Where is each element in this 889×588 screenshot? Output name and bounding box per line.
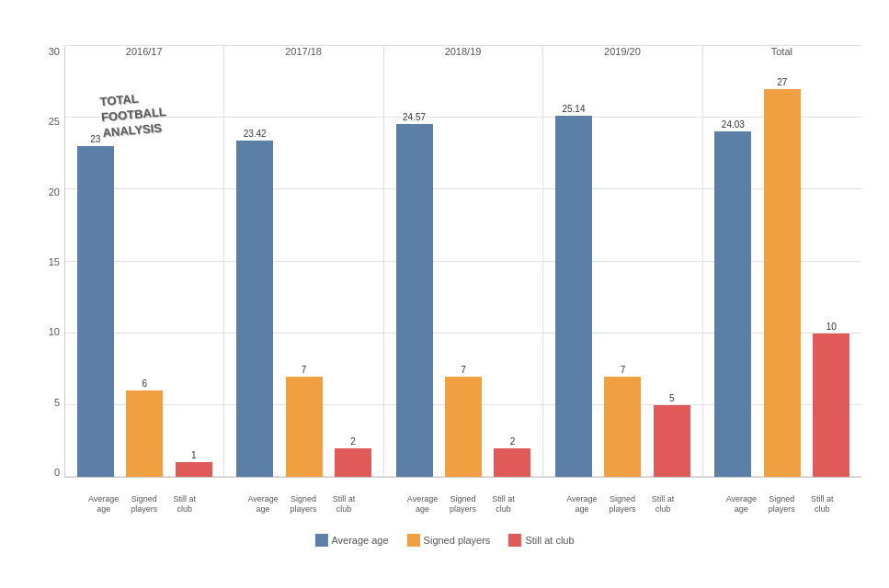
- bar-wrapper-3-0: 25.14: [551, 46, 596, 477]
- bar-wrapper-2-0: 24.57: [392, 46, 437, 477]
- bar-value-2-0: 24.57: [403, 112, 426, 122]
- season-label-4: Total: [702, 46, 861, 57]
- bar-wrapper-4-1: 27: [759, 46, 804, 477]
- x-bar-label-0-1: Signedplayers: [126, 494, 163, 514]
- bar-value-2-2: 2: [510, 436, 516, 447]
- season-label-0: 2016/17: [64, 46, 223, 57]
- bar-0-2: [176, 462, 212, 477]
- plot-area: 236123.427224.577225.147524.032710: [64, 46, 861, 478]
- bar-3-0: [555, 116, 592, 477]
- x-bar-label-2-2: Still atclub: [485, 494, 522, 514]
- x-bar-label-2-0: Averageage: [405, 494, 441, 514]
- bar-value-3-0: 25.14: [562, 104, 585, 114]
- x-labels: AverageageSignedplayersStill atclubAvera…: [64, 494, 861, 514]
- bar-wrapper-4-0: 24.03: [711, 46, 756, 477]
- season-label-3: 2019/20: [542, 46, 701, 57]
- bar-wrapper-1-0: 23.42: [232, 46, 277, 477]
- y-tick: 20: [49, 187, 60, 198]
- bar-value-3-2: 5: [669, 393, 675, 403]
- x-bar-label-3-1: Signedplayers: [604, 494, 641, 514]
- x-group-1: AverageageSignedplayersStill atclub: [223, 494, 382, 514]
- bar-4-0: [714, 131, 751, 477]
- bar-3-1: [604, 377, 641, 477]
- bar-value-4-0: 24.03: [722, 119, 745, 130]
- bar-3-2: [654, 405, 690, 477]
- bar-value-1-0: 23.42: [244, 129, 267, 139]
- bar-group-3: 25.1475: [543, 46, 702, 477]
- x-bar-label-0-2: Still atclub: [166, 494, 203, 514]
- bar-2-0: [396, 124, 433, 477]
- bar-value-0-0: 23: [90, 134, 100, 144]
- bar-wrapper-1-2: 2: [330, 46, 375, 477]
- legend-label-1: Signed players: [424, 535, 491, 546]
- season-labels: 2016/172017/182018/192019/20Total: [64, 46, 861, 57]
- y-tick: 15: [49, 256, 60, 267]
- y-tick: 5: [54, 397, 60, 408]
- bar-value-1-2: 2: [350, 436, 356, 447]
- x-group-2: AverageageSignedplayersStill atclub: [383, 494, 542, 514]
- x-bar-label-2-1: Signedplayers: [445, 494, 482, 514]
- legend-label-2: Still at club: [525, 535, 574, 546]
- x-group-3: AverageageSignedplayersStill atclub: [542, 494, 701, 514]
- bar-1-0: [236, 141, 273, 477]
- legend: Average ageSigned playersStill at club: [314, 534, 574, 547]
- bar-wrapper-2-1: 7: [440, 46, 485, 477]
- groups-container: 236123.427224.577225.147524.032710: [65, 46, 861, 477]
- bar-group-2: 24.5772: [384, 46, 543, 477]
- x-bar-label-4-2: Still atclub: [804, 494, 840, 514]
- bar-value-4-1: 27: [777, 77, 787, 87]
- legend-color-0: [314, 534, 327, 547]
- bar-wrapper-1-1: 7: [281, 46, 326, 477]
- legend-color-2: [508, 534, 521, 547]
- season-label-2: 2018/19: [383, 46, 542, 57]
- x-bar-label-3-2: Still atclub: [644, 494, 681, 514]
- y-tick: 25: [49, 116, 60, 127]
- bar-value-2-1: 7: [461, 365, 466, 375]
- y-tick: 0: [54, 467, 60, 478]
- season-label-1: 2017/18: [223, 46, 382, 57]
- legend-color-1: [407, 534, 420, 547]
- y-tick: 30: [49, 46, 60, 57]
- bar-wrapper-3-1: 7: [600, 46, 645, 477]
- x-bar-label-4-1: Signedplayers: [763, 494, 800, 514]
- legend-item-2: Still at club: [508, 534, 574, 547]
- bar-1-1: [286, 377, 323, 477]
- legend-item-1: Signed players: [407, 534, 491, 547]
- bar-value-1-1: 7: [302, 365, 307, 375]
- x-group-4: AverageageSignedplayersStill atclub: [702, 494, 861, 514]
- bar-wrapper-2-2: 2: [490, 46, 535, 477]
- chart-container: 302520151050 236123.427224.577225.147524…: [0, 0, 889, 588]
- x-bar-label-0-0: Averageage: [85, 494, 122, 514]
- y-tick: 10: [49, 326, 60, 337]
- bar-group-1: 23.4272: [224, 46, 383, 477]
- chart-area: 302520151050 236123.427224.577225.147524…: [18, 28, 871, 551]
- bar-2-2: [494, 448, 530, 477]
- x-bar-label-3-0: Averageage: [564, 494, 600, 514]
- bar-4-2: [813, 334, 849, 477]
- bar-0-0: [77, 146, 114, 477]
- bar-value-4-2: 10: [826, 322, 837, 332]
- x-bar-label-4-0: Averageage: [723, 494, 759, 514]
- bar-value-3-1: 7: [621, 365, 626, 375]
- bar-value-0-2: 1: [191, 450, 197, 460]
- bar-2-1: [445, 377, 482, 477]
- x-bar-label-1-2: Still atclub: [325, 494, 362, 514]
- x-bar-label-1-1: Signedplayers: [285, 494, 322, 514]
- x-group-0: AverageageSignedplayersStill atclub: [64, 494, 223, 514]
- bar-0-1: [126, 390, 163, 477]
- bar-1-2: [335, 448, 371, 477]
- bar-group-4: 24.032710: [703, 46, 861, 477]
- x-bar-label-1-0: Averageage: [245, 494, 281, 514]
- legend-item-0: Average age: [314, 534, 388, 547]
- y-axis: 302520151050: [18, 46, 64, 478]
- watermark: TOTALFOOTBALLANALYSIS: [99, 89, 168, 141]
- bar-wrapper-3-2: 5: [649, 46, 694, 477]
- legend-label-0: Average age: [331, 535, 388, 546]
- bar-wrapper-0-2: 1: [171, 46, 216, 477]
- bar-4-1: [764, 89, 801, 477]
- bar-wrapper-4-2: 10: [809, 46, 854, 477]
- bar-value-0-1: 6: [142, 379, 147, 389]
